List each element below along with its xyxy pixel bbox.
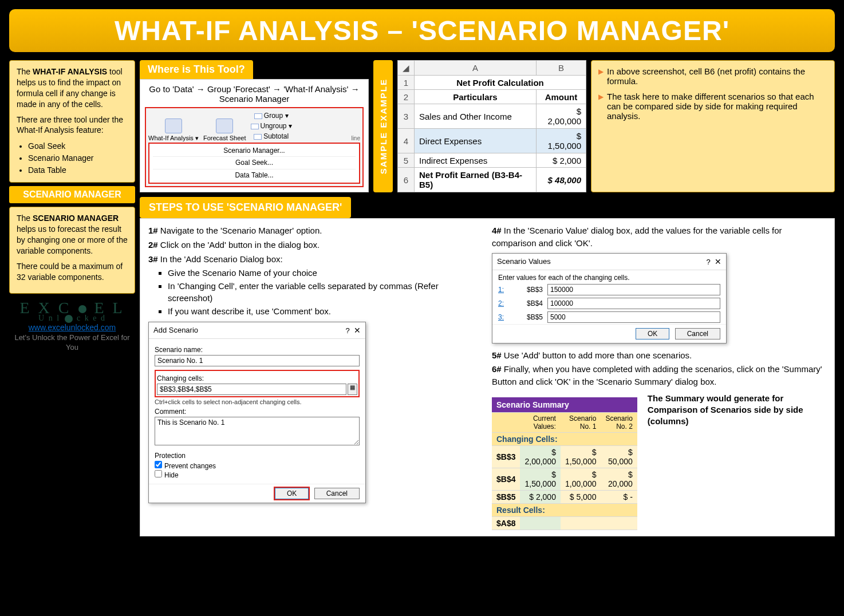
add-scenario-dialog: Add Scenario ? ✕ Scenario name: Changing… xyxy=(148,322,366,503)
field-label: Scenario name: xyxy=(155,346,360,354)
row-header: 3 xyxy=(398,104,415,129)
cell-ref: $B$3 xyxy=(492,445,520,468)
step-text: 4# In the 'Scenario Value' dialog box, a… xyxy=(492,224,826,250)
page-title: WHAT-IF ANALYSIS – 'SCENARIO MANAGER' xyxy=(26,15,818,46)
comment-input[interactable]: This is Scenario No. 1 xyxy=(155,417,360,445)
cell-ref: $B$4 xyxy=(492,468,520,490)
help-icon[interactable]: ? xyxy=(346,326,350,335)
subtotal-button[interactable]: Subtotal xyxy=(251,131,292,141)
scenario-panel: The SCENARIO MANAGER helps us to forecas… xyxy=(9,207,135,293)
steps-header: STEPS TO USE 'SCENARIO MANAGER' xyxy=(140,197,351,218)
group-button[interactable]: Group ▾ xyxy=(251,110,292,121)
lock-icon xyxy=(78,305,86,313)
note-text: In above screenshot, cell B6 (net profit… xyxy=(607,66,827,86)
summary-cell: $ 2,000 xyxy=(520,490,560,503)
help-icon[interactable]: ? xyxy=(707,258,711,266)
note-text: The task here to make different scenario… xyxy=(607,92,827,121)
grid-cell: Net Profit Earned (B3-B4-B5) xyxy=(415,168,537,192)
corner-cell: ◢ xyxy=(398,61,415,76)
grid-cell: $ 2,00,000 xyxy=(536,104,586,129)
ungroup-button[interactable]: Ungroup ▾ xyxy=(251,121,292,131)
list-item: If you want describe it, use 'Comment' b… xyxy=(168,305,483,317)
intro-text-1: The WHAT-IF ANALYSIS tool helps us to fi… xyxy=(17,66,128,110)
summary-cell: $ - xyxy=(601,490,637,503)
where-body: Go to 'Data' → Group 'Forecast' → 'What-… xyxy=(140,79,369,192)
top-row: Where is This Tool? Go to 'Data' → Group… xyxy=(140,60,835,192)
sample-label: SAMPLE EXAMPLE xyxy=(373,60,393,192)
grid-header: Amount xyxy=(536,90,586,104)
intro-text-2: There are three tool under the What-If A… xyxy=(17,114,128,136)
step-text: 2# Click on the 'Add' button in the dial… xyxy=(148,239,483,251)
brand-link[interactable]: www.excelunlocked.com xyxy=(29,323,116,332)
list-item: Goal Seek xyxy=(28,140,128,152)
col-header: Scenario No. 1 xyxy=(561,412,601,432)
dialog-title: Add Scenario xyxy=(153,326,198,335)
where-path: Go to 'Data' → Group 'Forecast' → 'What-… xyxy=(145,84,364,104)
value-input[interactable] xyxy=(547,284,720,295)
close-icon[interactable]: ✕ xyxy=(354,326,361,335)
list-item: Data Table xyxy=(28,164,128,176)
changing-cells-input[interactable] xyxy=(157,384,346,395)
hint-text: Ctrl+click cells to select non-adjacent … xyxy=(155,398,360,405)
summary-note: The Summary would generate for Compariso… xyxy=(642,393,826,428)
hide-checkbox[interactable] xyxy=(155,470,162,477)
row-key: 2: xyxy=(498,299,510,307)
whatif-icon xyxy=(165,119,182,133)
grid-cell: Direct Expenses xyxy=(415,129,537,153)
ribbon-screenshot: What-If Analysis ▾ Forecast Sheet Group … xyxy=(145,107,364,187)
cell-ref: $B$5 xyxy=(492,490,520,503)
grid-cell: $ 2,000 xyxy=(536,153,586,168)
col-header: B xyxy=(536,61,586,76)
row-header: 6 xyxy=(398,168,415,192)
scenario-name-input[interactable] xyxy=(155,355,360,366)
menu-data-table[interactable]: Data Table... xyxy=(153,169,356,181)
bullet-icon: ▶ xyxy=(598,93,604,121)
step-text: 3# In the 'Add Scenario Dialog box: xyxy=(148,253,483,266)
dialog-title: Scenario Values xyxy=(497,257,551,266)
where-card: Where is This Tool? Go to 'Data' → Group… xyxy=(140,60,369,192)
brand-block: E X C E L U n l c k e d www.excelunlocke… xyxy=(9,297,135,356)
summary-cell: $ 1,50,000 xyxy=(520,468,560,490)
intro-panel: The WHAT-IF ANALYSIS tool helps us to fi… xyxy=(9,60,135,183)
cell-ref: $A$8 xyxy=(492,516,520,530)
row-header: 5 xyxy=(398,153,415,168)
where-header: Where is This Tool? xyxy=(140,60,253,79)
ok-button[interactable]: OK xyxy=(636,328,669,339)
step-text: 6# Finally, when you have completed with… xyxy=(492,363,826,388)
row-header: 2 xyxy=(398,90,415,104)
col-header: Scenario No. 2 xyxy=(601,412,637,432)
value-input[interactable] xyxy=(547,298,720,309)
steps-left: 1# Navigate to the 'Scenario Manager' op… xyxy=(148,224,483,530)
whatif-button[interactable]: What-If Analysis ▾ xyxy=(148,119,199,141)
summary-cell: $ 1,00,000 xyxy=(561,468,601,490)
step-text: 5# Use 'Add' button to add more than one… xyxy=(492,349,826,362)
summary-cell: $ 2,00,000 xyxy=(520,445,560,468)
scenario-values-dialog: Scenario Values ? ✕ Enter values for eac… xyxy=(492,253,727,343)
scenario-text-2: There could be a maximum of 32 variable … xyxy=(17,261,128,283)
range-picker-icon[interactable]: ▦ xyxy=(348,384,357,395)
notes-panel: ▶In above screenshot, cell B6 (net profi… xyxy=(591,60,835,192)
checkbox-label: Prevent changes xyxy=(164,462,216,470)
prevent-changes-checkbox[interactable] xyxy=(155,461,162,468)
summary-cell: $ 50,000 xyxy=(601,445,637,468)
menu-goal-seek[interactable]: Goal Seek... xyxy=(153,157,356,169)
list-item: Scenario Manager xyxy=(28,152,128,164)
grid-cell: $ 48,000 xyxy=(536,168,586,192)
close-icon[interactable]: ✕ xyxy=(715,257,721,266)
cell-ref: $B$5 xyxy=(514,313,543,321)
steps-body: 1# Navigate to the 'Scenario Manager' op… xyxy=(140,218,835,536)
summary-cell: $ 20,000 xyxy=(601,468,637,490)
grid-header: Particulars xyxy=(415,90,537,104)
menu-scenario-manager[interactable]: Scenario Manager... xyxy=(153,145,356,157)
outline-group: Group ▾ Ungroup ▾ Subtotal xyxy=(251,110,292,141)
list-item: Give the Scenario Name of your choice xyxy=(168,267,483,279)
cancel-button[interactable]: Cancel xyxy=(675,328,720,339)
value-input[interactable] xyxy=(547,311,720,323)
step-sublist: Give the Scenario Name of your choice In… xyxy=(148,267,483,317)
cancel-button[interactable]: Cancel xyxy=(314,488,360,499)
row-key: 1: xyxy=(498,286,510,294)
forecast-button[interactable]: Forecast Sheet xyxy=(203,119,246,141)
scenario-text-1: The SCENARIO MANAGER helps us to forecas… xyxy=(17,213,128,256)
ok-button[interactable]: OK xyxy=(275,488,309,499)
summary-cell: $ 5,000 xyxy=(561,490,601,503)
